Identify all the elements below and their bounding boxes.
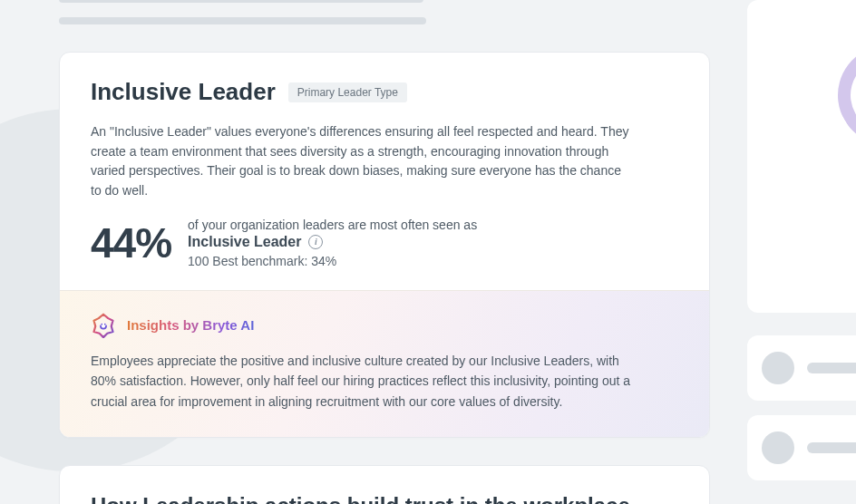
- svg-point-1: [101, 324, 102, 325]
- side-column: [747, 0, 856, 504]
- primary-leader-tag: Primary Leader Type: [288, 82, 407, 102]
- bar-placeholder: [807, 442, 856, 453]
- inclusive-leader-card: Inclusive Leader Primary Leader Type An …: [59, 52, 710, 438]
- insights-body: Employees appreciate the positive and in…: [91, 351, 635, 412]
- donut-chart-placeholder: [820, 27, 856, 163]
- stat-leader-type: Inclusive Leader: [188, 234, 301, 250]
- bar-placeholder: [807, 363, 856, 373]
- avatar-placeholder: [762, 431, 794, 464]
- main-column: Inclusive Leader Primary Leader Type An …: [59, 0, 710, 504]
- stat-row: 44% of your organization leaders are mos…: [91, 218, 678, 268]
- leadership-actions-card: How Leadership actions build trust in th…: [59, 465, 710, 504]
- heading-row: Inclusive Leader Primary Leader Type: [91, 78, 678, 106]
- placeholder-line: [59, 17, 426, 24]
- section-b-title: How Leadership actions build trust in th…: [91, 493, 678, 504]
- stat-benchmark: 100 Best benchmark: 34%: [188, 254, 477, 268]
- insights-heading: Insights by Bryte AI: [127, 317, 254, 333]
- bryte-ai-icon: [91, 313, 116, 338]
- side-card-item-1: [747, 335, 856, 401]
- viewport: Inclusive Leader Primary Leader Type An …: [0, 0, 856, 504]
- side-card-item-2: [747, 415, 856, 480]
- side-card-chart: [747, 0, 856, 313]
- info-icon[interactable]: i: [308, 235, 323, 249]
- svg-point-2: [104, 324, 106, 325]
- stat-percent: 44%: [91, 218, 171, 267]
- avatar-placeholder: [762, 352, 794, 384]
- section-description: An "Inclusive Leader" values everyone's …: [91, 122, 635, 201]
- section-title: Inclusive Leader: [91, 78, 276, 106]
- placeholder-line: [59, 0, 423, 3]
- stat-line-1: of your organization leaders are most of…: [188, 218, 477, 232]
- insights-panel: Insights by Bryte AI Employees appreciat…: [60, 290, 709, 437]
